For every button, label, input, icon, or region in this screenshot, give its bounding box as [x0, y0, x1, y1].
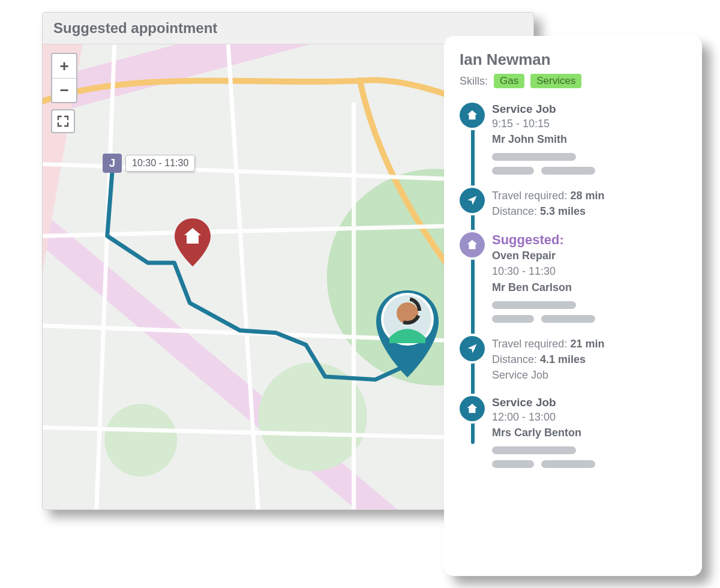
nav-icon	[460, 336, 485, 361]
travel-line: Travel required: 21 min	[492, 336, 686, 352]
timeline-suggested[interactable]: Suggested: Oven Repair 10:30 - 11:30 Mr …	[492, 232, 686, 322]
schedule-card: Ian Newman Skills: Gas Services Service …	[444, 36, 702, 576]
map-controls: + −	[51, 53, 77, 133]
home-icon	[460, 232, 485, 257]
skill-badge: Services	[530, 74, 581, 88]
placeholder-row	[492, 167, 686, 175]
timeline-travel: Travel required: 21 min Distance: 4.1 mi…	[492, 336, 686, 383]
skills-label: Skills:	[460, 75, 488, 88]
timeline-job[interactable]: Service Job 12:00 - 13:00 Mrs Carly Bent…	[492, 396, 686, 468]
timeline: Service Job 9:15 - 10:15 Mr John Smith T…	[460, 103, 686, 468]
job-customer: Mr John Smith	[492, 133, 567, 145]
job-customer: Mrs Carly Benton	[492, 427, 581, 439]
extra-line: Service Job	[492, 367, 686, 383]
home-icon	[460, 396, 485, 421]
nav-icon	[460, 188, 485, 213]
home-pin[interactable]	[175, 218, 211, 269]
skill-badge: Gas	[494, 74, 524, 88]
fullscreen-icon	[57, 115, 69, 127]
timeline-travel: Travel required: 28 min Distance: 5.3 mi…	[492, 188, 686, 219]
job-customer: Mr Ben Carlson	[492, 281, 572, 293]
suggested-label: Suggested:	[492, 232, 686, 248]
home-pin-icon	[175, 218, 211, 266]
minus-icon: −	[59, 81, 68, 100]
time-marker-letter: J	[109, 157, 115, 170]
job-title: Service Job	[492, 103, 686, 116]
zoom-out-button[interactable]: −	[52, 78, 76, 102]
time-marker-badge: J	[103, 154, 122, 173]
placeholder-row	[492, 460, 686, 468]
home-icon	[460, 103, 485, 128]
avatar-pin[interactable]	[371, 284, 443, 383]
plus-icon: +	[59, 57, 68, 76]
avatar-pin-icon	[371, 284, 443, 380]
job-time: 12:00 - 13:00	[492, 409, 686, 425]
time-marker-label: 10:30 - 11:30	[125, 155, 195, 172]
placeholder-row	[492, 315, 686, 323]
timeline-job[interactable]: Service Job 9:15 - 10:15 Mr John Smith	[492, 103, 686, 175]
placeholder-row	[492, 301, 686, 309]
zoom-in-button[interactable]: +	[52, 54, 76, 78]
distance-line: Distance: 5.3 miles	[492, 203, 686, 219]
engineer-name: Ian Newman	[460, 50, 686, 69]
job-time: 10:30 - 11:30	[492, 263, 686, 279]
job-title: Service Job	[492, 396, 686, 409]
time-marker[interactable]: J 10:30 - 11:30	[103, 154, 195, 173]
travel-line: Travel required: 28 min	[492, 188, 686, 203]
placeholder-row	[492, 153, 686, 161]
placeholder-row	[492, 446, 686, 454]
map-card-title: Suggested appointment	[53, 20, 523, 37]
zoom-controls: + −	[51, 53, 77, 103]
job-title: Oven Repair	[492, 250, 556, 262]
job-time: 9:15 - 10:15	[492, 116, 686, 131]
distance-line: Distance: 4.1 miles	[492, 352, 686, 367]
skills-row: Skills: Gas Services	[460, 74, 686, 88]
timeline-rail	[471, 115, 475, 444]
fullscreen-button[interactable]	[51, 109, 75, 133]
